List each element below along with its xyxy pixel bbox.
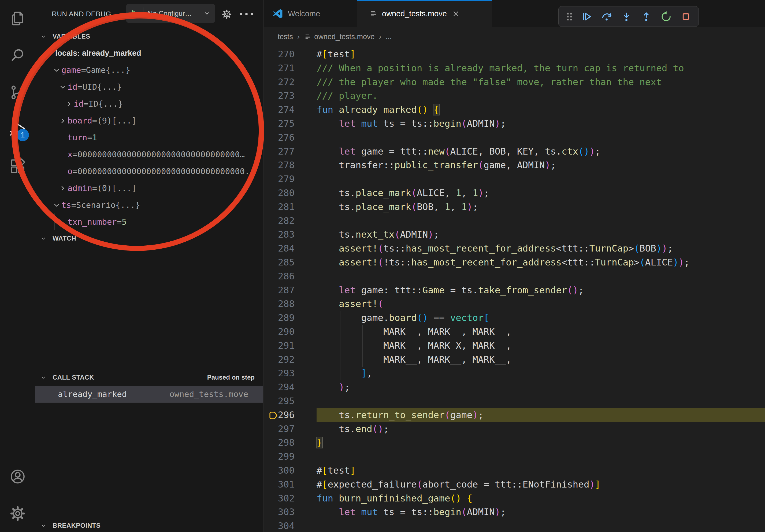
code-line-303[interactable]: 303 let mut ts = ts::begin(ADMIN); <box>264 505 765 519</box>
code-line-287[interactable]: 287 let game: ttt::Game = ts.take_from_s… <box>264 283 765 297</box>
debug-step-into-button[interactable] <box>616 8 636 25</box>
continue-icon <box>580 10 593 23</box>
code-line-294[interactable]: 294 ); <box>264 381 765 394</box>
line-text: ); <box>317 381 765 394</box>
run-debug-sidebar: RUN AND DEBUG No Configur… VARIABLES loc… <box>35 0 264 532</box>
debug-continue-button[interactable] <box>576 8 596 25</box>
activity-item-run-and-debug[interactable]: 1 <box>0 111 35 148</box>
scope-row[interactable]: locals: already_marked <box>35 45 263 62</box>
chevron-right-icon[interactable] <box>58 183 68 193</box>
chevron-down-icon[interactable] <box>52 65 61 75</box>
variable-row-turn[interactable]: turn = 1 <box>35 129 263 146</box>
chevron-down-icon[interactable] <box>52 200 61 210</box>
variable-row-x[interactable]: x = 000000000000000000000000000000000… <box>35 146 263 163</box>
line-number: 299 <box>264 450 295 464</box>
activity-item-search[interactable] <box>0 37 35 74</box>
chevron-down-icon[interactable] <box>46 49 55 58</box>
variable-row-txn_number[interactable]: txn_number = 5 <box>35 213 263 230</box>
code-line-293[interactable]: 293 ], <box>264 367 765 381</box>
more-actions-icon[interactable] <box>240 13 253 15</box>
tab-owned-tests-move[interactable]: owned_tests.move <box>357 0 492 27</box>
variable-row-o[interactable]: o = 0000000000000000000000000000000000. <box>35 163 263 180</box>
code-line-278[interactable]: 278 transfer::public_transfer(game, ADMI… <box>264 158 765 172</box>
code-line-298[interactable]: 298} <box>264 436 765 450</box>
code-editor[interactable]: 270#[test]271/// When a position is alre… <box>264 46 765 532</box>
code-line-279[interactable]: 279 <box>264 172 765 186</box>
code-line-280[interactable]: 280 ts.place_mark(ALICE, 1, 1); <box>264 186 765 200</box>
variable-row-board[interactable]: board = (9)[...] <box>35 112 263 129</box>
equals: = <box>92 116 97 126</box>
code-line-284[interactable]: 284 assert!(ts::has_most_recent_for_addr… <box>264 242 765 256</box>
activity-item-extensions[interactable] <box>0 148 35 185</box>
code-line-285[interactable]: 285 assert!(!ts::has_most_recent_for_add… <box>264 256 765 269</box>
debug-restart-button[interactable] <box>656 8 676 25</box>
watch-section-header[interactable]: WATCH <box>35 230 263 247</box>
variable-row-ts[interactable]: ts = Scenario{...} <box>35 197 263 213</box>
code-line-270[interactable]: 270#[test] <box>264 47 765 61</box>
explorer-icon <box>9 10 27 27</box>
code-line-283[interactable]: 283 ts.next_tx(ADMIN); <box>264 228 765 242</box>
line-number: 292 <box>264 353 295 367</box>
code-line-277[interactable]: 277 let game = ttt::new(ALICE, BOB, KEY,… <box>264 145 765 158</box>
code-line-275[interactable]: 275 let mut ts = ts::begin(ADMIN); <box>264 117 765 131</box>
variable-row-id[interactable]: id = ID{...} <box>35 95 263 112</box>
variable-value: 5 <box>122 217 127 227</box>
debug-step-out-button[interactable] <box>636 8 656 25</box>
chevron-right-icon[interactable] <box>58 116 68 126</box>
debug-gripper[interactable] <box>562 8 576 25</box>
code-line-295[interactable]: 295 <box>264 394 765 408</box>
code-line-291[interactable]: 291 MARK__, MARK_X, MARK__, <box>264 339 765 353</box>
breadcrumb-item[interactable]: owned_tests.move <box>304 33 375 41</box>
breadcrumb[interactable]: tests›owned_tests.move›... <box>264 27 765 46</box>
call-stack-section: CALL STACK Paused on step already_marked… <box>35 369 263 402</box>
call-stack-section-header[interactable]: CALL STACK Paused on step <box>35 369 263 386</box>
activity-item-manage[interactable] <box>0 495 35 532</box>
code-line-296[interactable]: 296 ts.return_to_sender(game); <box>264 408 765 422</box>
code-line-272[interactable]: 272/// the player who made the "false" m… <box>264 75 765 89</box>
activity-item-source-control[interactable] <box>0 74 35 111</box>
variable-name: ts <box>61 200 71 210</box>
chevron-right-icon[interactable] <box>64 99 74 109</box>
code-line-292[interactable]: 292 MARK__, MARK__, MARK__, <box>264 353 765 367</box>
variable-value: 000000000000000000000000000000000… <box>77 150 263 159</box>
breakpoints-section-header[interactable]: BREAKPOINTS <box>35 517 263 532</box>
code-line-276[interactable]: 276 <box>264 131 765 145</box>
activity-item-account[interactable] <box>0 458 35 495</box>
code-line-274[interactable]: 274fun already_marked() { <box>264 103 765 117</box>
current-stackframe-icon <box>269 411 278 420</box>
code-line-304[interactable]: 304 <box>264 519 765 532</box>
line-number: 272 <box>264 75 295 89</box>
code-line-301[interactable]: 301#[expected_failure(abort_code = ttt::… <box>264 478 765 492</box>
code-lines: 270#[test]271/// When a position is alre… <box>264 47 765 532</box>
code-line-297[interactable]: 297 ts.end(); <box>264 422 765 436</box>
code-line-302[interactable]: 302fun burn_unfinished_game() { <box>264 492 765 505</box>
variables-section-header[interactable]: VARIABLES <box>35 28 263 45</box>
variable-row-game[interactable]: game = Game{...} <box>35 62 263 79</box>
stack-frame-row[interactable]: already_markedowned_tests.move <box>35 386 263 402</box>
code-line-290[interactable]: 290 MARK__, MARK__, MARK__, <box>264 325 765 339</box>
code-line-271[interactable]: 271/// When a position is already marked… <box>264 61 765 75</box>
debug-stop-button[interactable] <box>676 8 696 25</box>
variable-row-id[interactable]: id = UID{...} <box>35 79 263 95</box>
code-line-289[interactable]: 289 game.board() == vector[ <box>264 311 765 325</box>
close-icon[interactable] <box>452 9 460 18</box>
code-line-273[interactable]: 273/// player. <box>264 89 765 103</box>
code-line-281[interactable]: 281 ts.place_mark(BOB, 1, 1); <box>264 200 765 214</box>
code-line-299[interactable]: 299 <box>264 450 765 464</box>
debug-step-over-button[interactable] <box>596 8 616 25</box>
code-line-300[interactable]: 300#[test] <box>264 464 765 478</box>
variable-row-admin[interactable]: admin = (0)[...] <box>35 180 263 197</box>
code-line-282[interactable]: 282 <box>264 214 765 228</box>
line-text: /// the player who made the "false" move… <box>317 75 765 89</box>
activity-item-explorer[interactable] <box>0 0 35 37</box>
chevron-down-icon[interactable] <box>58 82 68 92</box>
variable-name: o <box>68 166 72 176</box>
breadcrumb-item[interactable]: ... <box>386 33 392 41</box>
code-line-286[interactable]: 286 <box>264 269 765 283</box>
code-line-288[interactable]: 288 assert!( <box>264 297 765 311</box>
gear-icon[interactable] <box>221 9 232 20</box>
breadcrumb-item[interactable]: tests <box>278 33 293 41</box>
tab-welcome[interactable]: Welcome <box>264 0 357 27</box>
debug-config-dropdown[interactable]: No Configur… <box>126 4 215 23</box>
start-debugging-icon[interactable] <box>130 9 139 18</box>
